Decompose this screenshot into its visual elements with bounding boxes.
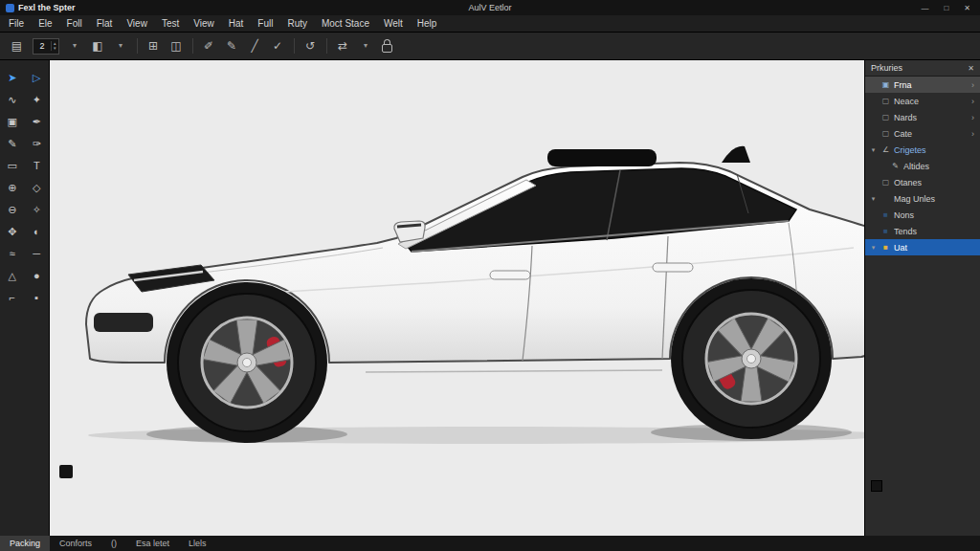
- pencil-tool[interactable]: ✎: [3, 136, 22, 151]
- chevron-right-icon: ›: [971, 97, 976, 106]
- stamp-tool[interactable]: ▪: [27, 290, 46, 305]
- magic-wand-tool[interactable]: ✦: [27, 92, 46, 107]
- main-area: ➤ ▷ ∿ ✦ ▣ ✒ ✎ ✑ ▭ T ⊕ ◇ ⊖ ✧ ✥ ◐ ≈ ─ △ ● …: [0, 60, 980, 536]
- item-label: Neace: [894, 97, 969, 106]
- swap-button[interactable]: ⇄: [336, 40, 350, 52]
- item-icon: ▢: [880, 178, 891, 187]
- menu-welt[interactable]: Welt: [384, 18, 403, 29]
- item-icon: ▢: [880, 97, 891, 105]
- unit-dropdown[interactable]: ▾: [68, 42, 82, 50]
- stepper-down-icon[interactable]: ▾: [54, 46, 56, 51]
- menu-ele[interactable]: Ele: [38, 18, 52, 29]
- panel-item-mag-unles[interactable]: ▾ Mag Unles: [865, 190, 980, 207]
- menu-hat[interactable]: Hat: [229, 18, 244, 29]
- curve-tool[interactable]: ≈: [3, 246, 22, 261]
- line-tool[interactable]: ─: [27, 246, 46, 261]
- menu-view-2[interactable]: View: [193, 18, 214, 29]
- item-label: Frna: [894, 80, 969, 90]
- blob-tool[interactable]: ●: [27, 268, 46, 283]
- confirm-button[interactable]: ✓: [271, 40, 285, 52]
- direct-select-tool[interactable]: ▷: [27, 70, 46, 85]
- pen-button[interactable]: ✐: [202, 40, 216, 52]
- fill-button[interactable]: ◧: [91, 40, 105, 52]
- panel-header: Prkuries ✕: [865, 60, 980, 77]
- item-icon: ∠: [880, 145, 891, 154]
- item-label: Mag Unles: [894, 194, 971, 204]
- panel-item-nards[interactable]: ▢ Nards ›: [865, 109, 980, 125]
- panel-item-cate[interactable]: ▢ Cate ›: [865, 125, 980, 142]
- brush-tool[interactable]: ✑: [27, 136, 46, 151]
- eyedropper-tool[interactable]: ✧: [27, 202, 46, 217]
- shape-tool[interactable]: ◇: [27, 180, 46, 195]
- expand-chevron-icon: ▾: [869, 244, 878, 252]
- status-llels[interactable]: Llels: [179, 536, 216, 551]
- close-button[interactable]: ✕: [964, 4, 970, 12]
- crop-tool[interactable]: ▣: [3, 114, 22, 129]
- zoom-in-tool[interactable]: ⊕: [3, 180, 22, 195]
- panel-item-altides[interactable]: ✎ Altides: [865, 158, 980, 174]
- status-packing[interactable]: Packing: [0, 536, 50, 551]
- status-esa-letet[interactable]: Esa letet: [126, 536, 179, 551]
- menu-full[interactable]: Full: [257, 18, 273, 29]
- panel-swatch[interactable]: [871, 480, 882, 492]
- menu-ruty[interactable]: Ruty: [287, 18, 307, 29]
- app-chip: Fexl the Spter: [0, 3, 81, 12]
- new-document-button[interactable]: ▤: [10, 40, 24, 52]
- item-icon: ■: [880, 210, 891, 219]
- undo-button[interactable]: ↺: [303, 40, 318, 52]
- maximize-button[interactable]: □: [944, 4, 948, 12]
- item-icon: ▢: [880, 113, 891, 121]
- panel-item-crigetes[interactable]: ▾ ∠ Crigetes: [865, 142, 980, 158]
- menu-test[interactable]: Test: [162, 18, 179, 29]
- expand-chevron-icon: ▾: [869, 146, 878, 154]
- fill-dropdown[interactable]: ▾: [114, 42, 128, 50]
- corner-tool[interactable]: ⌐: [3, 290, 22, 305]
- panel-item-otanes[interactable]: ▢ Otanes: [865, 174, 980, 190]
- hand-tool[interactable]: ✥: [3, 224, 22, 239]
- swap-dropdown[interactable]: ▾: [359, 42, 373, 50]
- item-label: Nards: [894, 113, 969, 122]
- stepper-arrows[interactable]: ▴ ▾: [51, 41, 58, 51]
- nib-button[interactable]: ✎: [225, 40, 239, 52]
- pen-tool[interactable]: ✒: [27, 114, 46, 129]
- menu-flat[interactable]: Flat: [97, 18, 113, 29]
- lock-icon[interactable]: [382, 44, 392, 53]
- rectangle-tool[interactable]: ▭: [3, 158, 22, 173]
- canvas[interactable]: [50, 60, 864, 536]
- lasso-tool[interactable]: ∿: [3, 92, 22, 107]
- status-conforts[interactable]: Conforts: [50, 536, 101, 551]
- panel-item-tends[interactable]: ■ Tends: [865, 223, 980, 239]
- stroke-width-value: 2: [33, 41, 51, 51]
- menu-moct-stace[interactable]: Moct Stace: [322, 18, 369, 29]
- menu-help[interactable]: Help: [417, 18, 437, 29]
- type-tool[interactable]: T: [27, 158, 46, 173]
- gradient-tool[interactable]: ◐: [27, 224, 46, 239]
- item-label: Nons: [894, 210, 971, 220]
- menu-bar: File Ele Foll Flat View Test View Hat Fu…: [0, 15, 980, 33]
- chevron-right-icon: ›: [971, 113, 976, 122]
- car-illustration: [78, 60, 864, 475]
- panel-item-frna[interactable]: ▣ Frna ›: [865, 77, 980, 93]
- item-icon: ▣: [880, 80, 891, 89]
- panel-item-nons[interactable]: ■ Nons: [865, 207, 980, 223]
- panel-item-uat[interactable]: ▾ ■ Uat: [865, 239, 980, 255]
- app-label: Fexl the Spter: [18, 3, 76, 12]
- grid-button[interactable]: ⊞: [146, 40, 161, 52]
- stroke-width-stepper[interactable]: 2 ▴ ▾: [33, 38, 59, 55]
- polygon-tool[interactable]: △: [3, 268, 22, 283]
- zoom-out-tool[interactable]: ⊖: [3, 202, 22, 217]
- panel-title: Prkuries: [871, 63, 902, 73]
- columns-button[interactable]: ◫: [169, 40, 184, 52]
- tool-palette: ➤ ▷ ∿ ✦ ▣ ✒ ✎ ✑ ▭ T ⊕ ◇ ⊖ ✧ ✥ ◐ ≈ ─ △ ● …: [0, 60, 50, 536]
- title-bar: Fexl the Spter AulV Eetlor — □ ✕: [0, 0, 980, 15]
- select-tool[interactable]: ➤: [3, 70, 22, 85]
- menu-file[interactable]: File: [9, 18, 24, 29]
- minimize-button[interactable]: —: [921, 4, 928, 12]
- panel-close-icon[interactable]: ✕: [968, 64, 974, 73]
- item-label: Uat: [894, 243, 971, 253]
- line-button[interactable]: ╱: [248, 40, 262, 52]
- panel-item-neace[interactable]: ▢ Neace ›: [865, 93, 980, 109]
- menu-foll[interactable]: Foll: [67, 18, 82, 29]
- item-icon: ■: [880, 243, 891, 252]
- menu-view[interactable]: View: [126, 18, 147, 29]
